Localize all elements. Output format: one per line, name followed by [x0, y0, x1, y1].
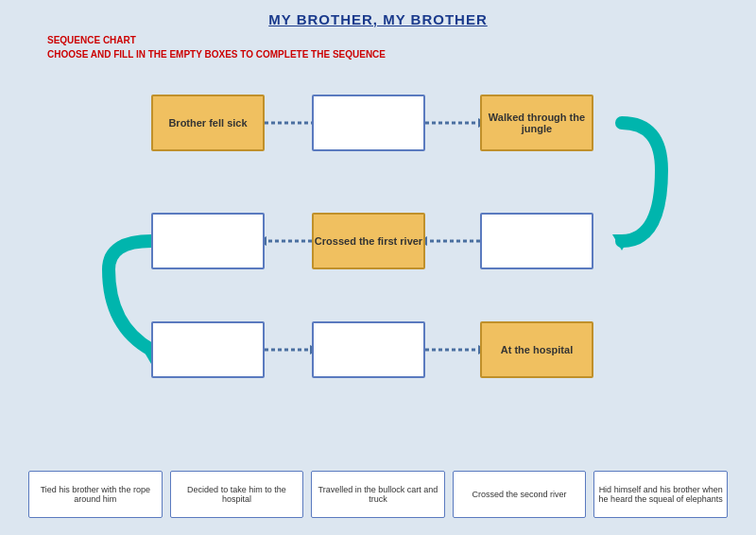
flow-area: Brother fell sick Walked through the jun…	[0, 66, 756, 444]
arrow-turn-right	[612, 123, 662, 250]
box-r3-1[interactable]	[151, 321, 265, 378]
box-r2-3[interactable]	[480, 213, 593, 269]
option-3[interactable]: Travelled in the bullock cart and truck	[311, 471, 445, 518]
svg-marker-4	[612, 234, 631, 250]
box-r1-3[interactable]: Walked through the jungle	[480, 95, 593, 151]
option-4[interactable]: Crossed the second river	[453, 471, 587, 518]
subtitle-line1: SEQUENCE CHART	[47, 33, 756, 47]
box-r1-2[interactable]	[312, 95, 425, 151]
options-row: Tied his brother with the rope around hi…	[28, 471, 728, 518]
arrow-r3-2to3	[425, 345, 488, 354]
box-r2-2[interactable]: Crossed the first river	[312, 213, 425, 269]
box-r3-3[interactable]: At the hospital	[480, 321, 593, 378]
box-r2-1[interactable]	[151, 213, 265, 269]
page: MY BROTHER, MY BROTHER SEQUENCE CHART CH…	[0, 0, 756, 535]
arrow-r1-2to3	[425, 118, 488, 128]
option-2[interactable]: Decided to take him to the hospital	[170, 471, 304, 518]
option-5[interactable]: Hid himself and his brother when he hear…	[593, 471, 728, 518]
subtitle-line2: CHOOSE AND FILL IN THE EMPTY BOXES TO CO…	[47, 47, 756, 61]
box-r3-2[interactable]	[312, 321, 425, 378]
box-r1-1[interactable]: Brother fell sick	[151, 95, 265, 151]
option-1[interactable]: Tied his brother with the rope around hi…	[28, 471, 163, 518]
arrow-r2-3to2	[418, 236, 480, 246]
arrow-r2-2to1	[257, 236, 312, 246]
page-title: MY BROTHER, MY BROTHER	[0, 0, 756, 27]
subtitle: SEQUENCE CHART CHOOSE AND FILL IN THE EM…	[0, 27, 756, 61]
